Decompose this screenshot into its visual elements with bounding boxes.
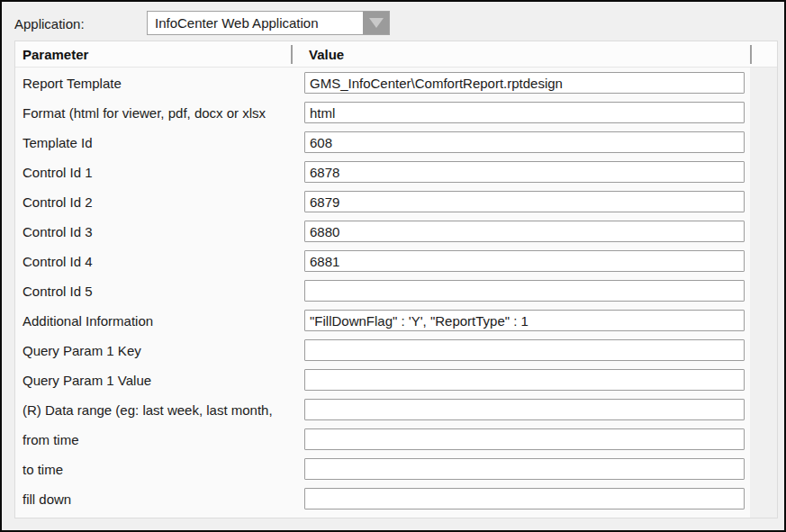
value-input[interactable] [304, 488, 745, 509]
table-row: Report Template [15, 68, 777, 98]
column-divider [750, 45, 752, 64]
parameter-label: Control Id 3 [23, 217, 93, 247]
parameter-label: (R) Data range (eg: last week, last mont… [23, 395, 273, 425]
parameter-label: Query Param 1 Key [23, 336, 141, 365]
value-input[interactable] [304, 458, 745, 480]
table-row: Query Param 1 Value [15, 365, 777, 395]
table-row: Control Id 4 [15, 247, 777, 276]
column-header-parameter: Parameter [23, 41, 88, 68]
application-label: Application: [14, 16, 85, 32]
table-row: to time [15, 455, 777, 484]
caret-down-icon [369, 18, 384, 28]
value-input[interactable] [304, 399, 745, 420]
table-row: Query Param 1 Key [15, 336, 777, 365]
value-input[interactable] [304, 131, 745, 153]
value-input[interactable] [304, 369, 745, 391]
application-selector-bar: Application: InfoCenter Web Application [14, 12, 85, 36]
table-row: Additional Information [15, 306, 777, 336]
parameter-label: Control Id 1 [23, 158, 93, 187]
value-input[interactable] [304, 339, 745, 361]
value-input[interactable] [304, 221, 745, 242]
table-row: Control Id 1 [15, 158, 777, 187]
value-input[interactable] [304, 161, 745, 183]
table-body: Report TemplateFormat (html for viewer, … [15, 68, 777, 519]
parameter-label: Control Id 4 [23, 247, 93, 276]
table-row: (R) Data range (eg: last week, last mont… [15, 395, 777, 425]
parameter-label: Query Param 1 Value [23, 365, 151, 395]
parameter-label: Format (html for viewer, pdf, docx or xl… [23, 98, 266, 128]
table-row: fill down [15, 484, 777, 514]
parameter-label: from time [23, 425, 79, 455]
parameter-table: Parameter Value Report TemplateFormat (h… [14, 41, 778, 518]
table-row: from time [15, 425, 777, 455]
value-input[interactable] [304, 280, 745, 302]
parameter-label: fill down [23, 484, 71, 514]
value-input[interactable] [304, 310, 745, 331]
parameter-label: to time [23, 455, 63, 484]
parameter-label: Report Template [23, 68, 122, 98]
column-header-value: Value [309, 41, 344, 68]
parameter-label: Control Id 2 [23, 187, 93, 217]
parameter-label: Template Id [23, 128, 93, 158]
value-input[interactable] [304, 72, 745, 94]
value-input[interactable] [304, 428, 745, 450]
table-row: Template Id [15, 128, 777, 158]
application-dropdown-selected-value: InfoCenter Web Application [148, 15, 363, 31]
table-row: Control Id 5 [15, 276, 777, 306]
parameter-label: Additional Information [23, 306, 153, 336]
application-dropdown-button[interactable] [363, 12, 389, 34]
value-input[interactable] [304, 250, 745, 272]
parameter-label: Control Id 5 [23, 276, 93, 306]
table-row: Control Id 3 [15, 217, 777, 247]
table-header: Parameter Value [15, 41, 777, 68]
parameters-window: Application: InfoCenter Web Application … [0, 0, 786, 532]
table-row: Control Id 2 [15, 187, 777, 217]
application-dropdown[interactable]: InfoCenter Web Application [147, 11, 390, 35]
column-divider [291, 45, 293, 64]
value-input[interactable] [304, 102, 745, 123]
value-input[interactable] [304, 191, 745, 212]
table-row: Format (html for viewer, pdf, docx or xl… [15, 98, 777, 128]
